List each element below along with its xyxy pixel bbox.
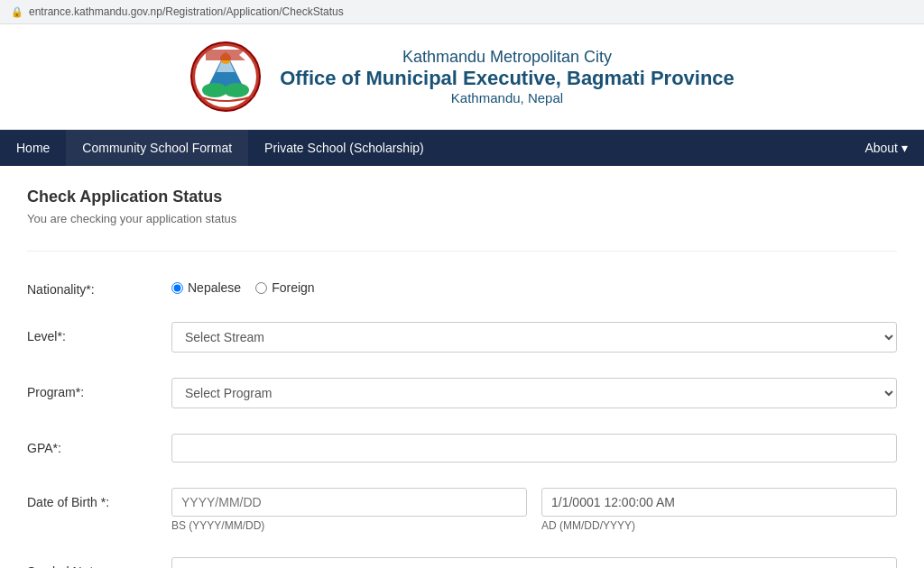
dob-label: Date of Birth *: [27, 488, 171, 509]
browser-bar: 🔒 entrance.kathmandu.gov.np/Registration… [0, 0, 924, 24]
dob-ad-col: AD (MM/DD/YYYY) [541, 488, 897, 532]
level-label: Level*: [27, 322, 171, 344]
level-select[interactable]: Select Stream [171, 322, 897, 353]
nationality-row: Nationality*: Nepalese Foreign [27, 266, 897, 306]
gpa-input[interactable] [171, 434, 897, 463]
level-control: Select Stream [171, 322, 897, 353]
nationality-control: Nepalese Foreign [171, 275, 897, 295]
symbol-control [171, 557, 897, 568]
program-control: Select Program [171, 378, 897, 408]
gpa-row: GPA*: [27, 425, 897, 472]
gpa-control [171, 434, 897, 463]
office-name: Office of Municipal Executive, Bagmati P… [280, 67, 735, 90]
svg-point-6 [224, 83, 249, 97]
site-logo [189, 41, 262, 113]
site-header: Kathmandu Metropolitan City Office of Mu… [0, 24, 924, 130]
program-select[interactable]: Select Program [171, 378, 897, 408]
symbol-label: Symbol No*: [27, 557, 171, 568]
symbol-input[interactable] [171, 557, 897, 568]
gpa-label: GPA*: [27, 434, 171, 455]
nav-community-school[interactable]: Community School Format [66, 130, 248, 166]
dob-ad-input[interactable] [541, 488, 897, 517]
nationality-label: Nationality*: [27, 275, 171, 297]
program-row: Program*: Select Program [27, 369, 897, 417]
nationality-foreign-radio[interactable] [255, 282, 267, 294]
page-wrapper: Kathmandu Metropolitan City Office of Mu… [0, 24, 924, 568]
symbol-row: Symbol No*: [27, 548, 897, 568]
nationality-foreign-label[interactable]: Foreign [255, 280, 314, 295]
page-subtitle: You are checking your application status [27, 212, 897, 225]
nationality-nepalese-label[interactable]: Nepalese [171, 280, 241, 295]
nav-private-school[interactable]: Private School (Scholarship) [248, 130, 440, 166]
nationality-nepalese-radio[interactable] [171, 282, 183, 294]
chevron-down-icon: ▾ [901, 141, 908, 155]
level-row: Level*: Select Stream [27, 313, 897, 362]
main-content: Check Application Status You are checkin… [0, 166, 924, 568]
navbar: Home Community School Format Private Sch… [0, 130, 924, 166]
dob-row: Date of Birth *: BS (YYYY/MM/DD) AD (MM/… [27, 479, 897, 541]
browser-url: entrance.kathmandu.gov.np/Registration/A… [29, 5, 344, 18]
page-title: Check Application Status [27, 188, 897, 206]
city-name: Kathmandu Metropolitan City [280, 48, 735, 67]
navbar-left: Home Community School Format Private Sch… [0, 130, 440, 166]
svg-point-5 [202, 83, 227, 97]
nav-home[interactable]: Home [0, 130, 66, 166]
nav-about[interactable]: About ▾ [848, 130, 924, 166]
dob-bs-helper: BS (YYYY/MM/DD) [171, 519, 527, 532]
lock-icon: 🔒 [11, 6, 23, 18]
nationality-nepalese-text: Nepalese [188, 280, 241, 295]
dob-inputs: BS (YYYY/MM/DD) AD (MM/DD/YYYY) [171, 488, 897, 532]
nav-about-label: About [864, 141, 898, 155]
dob-ad-helper: AD (MM/DD/YYYY) [541, 519, 897, 532]
dob-bs-col: BS (YYYY/MM/DD) [171, 488, 527, 532]
nationality-foreign-text: Foreign [272, 280, 314, 295]
location: Kathmandu, Nepal [280, 90, 735, 105]
dob-control: BS (YYYY/MM/DD) AD (MM/DD/YYYY) [171, 488, 897, 532]
program-label: Program*: [27, 378, 171, 399]
section-divider [27, 251, 897, 252]
dob-bs-input[interactable] [171, 488, 527, 517]
header-text: Kathmandu Metropolitan City Office of Mu… [280, 48, 735, 105]
nationality-radio-group: Nepalese Foreign [171, 275, 897, 295]
